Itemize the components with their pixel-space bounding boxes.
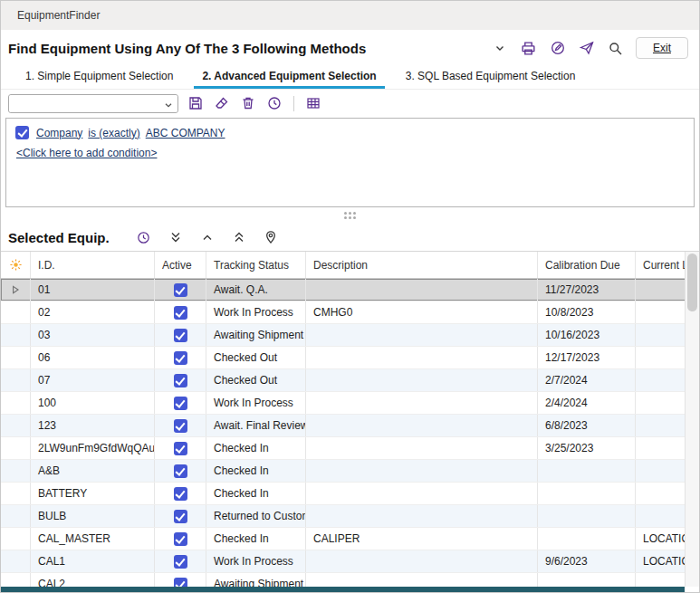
search-icon[interactable] [607, 39, 625, 57]
chevron-down-icon[interactable] [491, 39, 509, 57]
cell-active[interactable] [155, 347, 206, 368]
location-pin-icon[interactable] [262, 228, 280, 246]
active-checkbox-icon[interactable] [174, 532, 187, 546]
active-checkbox-icon[interactable] [174, 419, 187, 433]
saved-filter-combobox[interactable] [8, 94, 178, 113]
row-selector[interactable] [1, 279, 31, 301]
active-checkbox-icon[interactable] [174, 510, 187, 523]
edit-circle-icon[interactable] [549, 39, 567, 57]
condition-operator-link[interactable]: is (exactly) [88, 127, 139, 139]
tab-advanced-equipment-selection[interactable]: 2. Advanced Equipment Selection [194, 65, 384, 89]
table-row[interactable]: BATTERYChecked In [1, 483, 685, 505]
cell-description [306, 460, 538, 482]
cell-active[interactable] [155, 528, 206, 550]
row-selector[interactable] [1, 415, 31, 436]
chevron-up-icon[interactable] [198, 228, 216, 246]
cell-active[interactable] [155, 573, 206, 587]
add-condition-link[interactable]: <Click here to add condition> [16, 147, 157, 159]
row-selector[interactable] [1, 505, 31, 527]
cell-id: CAL_MASTER [31, 528, 155, 550]
active-checkbox-icon[interactable] [174, 464, 187, 478]
cell-active[interactable] [155, 415, 206, 436]
active-checkbox-icon[interactable] [174, 306, 187, 320]
table-row[interactable]: 07Checked Out2/7/2024 [1, 369, 685, 392]
row-selector[interactable] [1, 573, 31, 587]
header-icons [491, 39, 625, 57]
table-row[interactable]: 06Checked Out12/17/2023 [1, 347, 685, 369]
cell-id: 06 [31, 347, 155, 368]
trash-icon[interactable] [239, 94, 257, 112]
combo-chevron-down-icon[interactable] [163, 98, 174, 114]
saved-filter-input[interactable] [9, 95, 177, 112]
grid-icon[interactable] [304, 94, 322, 112]
cell-active[interactable] [155, 279, 206, 301]
column-header-calibration-due[interactable]: Calibration Due [538, 252, 636, 278]
row-selector[interactable] [1, 550, 31, 572]
table-row[interactable]: 03Awaiting Shipment10/16/2023 [1, 324, 685, 347]
eraser-icon[interactable] [213, 94, 231, 112]
table-row[interactable]: 2LW9unFm9GfdWqQAuiFChecked In3/25/2023 [1, 437, 685, 460]
table-row[interactable]: 123Await. Final Review6/8/2023 [1, 415, 685, 437]
horizontal-scrollbar[interactable] [1, 587, 685, 592]
cell-active[interactable] [155, 460, 206, 482]
cell-active[interactable] [155, 369, 206, 391]
row-selector[interactable] [1, 324, 31, 346]
row-selector[interactable] [1, 460, 31, 482]
column-header-tracking-status[interactable]: Tracking Status [206, 252, 306, 278]
cell-description [306, 392, 538, 414]
table-row[interactable]: A&BChecked In [1, 460, 685, 483]
column-header-current-location[interactable]: Current Location [636, 252, 685, 278]
cell-current-location: LOCATION 1 [636, 528, 685, 550]
clock-icon[interactable] [135, 228, 153, 246]
table-row[interactable]: CAL1Work In Process9/6/2023LOCATION 1 [1, 550, 685, 573]
row-selector[interactable] [1, 369, 31, 391]
tab-sql-based-equipment-selection[interactable]: 3. SQL Based Equipment Selection [398, 65, 584, 89]
row-selector[interactable] [1, 483, 31, 504]
active-checkbox-icon[interactable] [174, 283, 187, 297]
cell-active[interactable] [155, 437, 206, 459]
splitter-handle[interactable] [1, 207, 699, 224]
cell-active[interactable] [155, 301, 206, 323]
table-row[interactable]: CAL2Awaiting Shipment [1, 573, 685, 587]
table-row[interactable]: 01Await. Q.A.11/27/2023 [1, 279, 685, 301]
table-row[interactable]: 02Work In ProcessCMHG010/8/2023 [1, 301, 685, 324]
print-icon[interactable] [520, 39, 538, 57]
active-checkbox-icon[interactable] [174, 374, 187, 387]
column-header-active[interactable]: Active [155, 252, 206, 278]
row-selector[interactable] [1, 301, 31, 323]
table-row[interactable]: BULBReturned to Customer [1, 505, 685, 528]
active-checkbox-icon[interactable] [174, 442, 187, 455]
save-icon[interactable] [187, 94, 205, 112]
cell-active[interactable] [155, 550, 206, 572]
cell-active[interactable] [155, 324, 206, 346]
condition-value-link[interactable]: ABC COMPANY [146, 127, 225, 139]
condition-field-link[interactable]: Company [36, 127, 82, 139]
grid-corner-button[interactable] [1, 252, 31, 278]
double-chevron-up-icon[interactable] [230, 228, 248, 246]
active-checkbox-icon[interactable] [174, 397, 187, 410]
table-row[interactable]: 100Work In Process2/4/2024 [1, 392, 685, 415]
condition-checkbox-icon[interactable] [15, 126, 29, 139]
send-icon[interactable] [578, 39, 596, 57]
active-checkbox-icon[interactable] [174, 555, 187, 569]
column-header-description[interactable]: Description [306, 252, 538, 278]
active-checkbox-icon[interactable] [174, 487, 187, 501]
vertical-scrollbar[interactable] [685, 252, 699, 587]
active-checkbox-icon[interactable] [174, 329, 187, 342]
row-selector[interactable] [1, 347, 31, 368]
tab-simple-equipment-selection[interactable]: 1. Simple Equipment Selection [17, 65, 181, 89]
cell-active[interactable] [155, 483, 206, 504]
active-checkbox-icon[interactable] [174, 351, 187, 365]
vertical-scrollbar-thumb[interactable] [687, 253, 697, 311]
table-row[interactable]: CAL_MASTERChecked InCALIPERLOCATION 1 [1, 528, 685, 550]
row-selector[interactable] [1, 437, 31, 459]
row-selector[interactable] [1, 392, 31, 414]
history-clock-icon[interactable] [265, 94, 283, 112]
active-checkbox-icon[interactable] [174, 578, 187, 588]
exit-button[interactable]: Exit [636, 37, 688, 59]
column-header-id[interactable]: I.D. [31, 252, 155, 278]
cell-active[interactable] [155, 505, 206, 527]
double-chevron-down-icon[interactable] [167, 228, 185, 246]
row-selector[interactable] [1, 528, 31, 550]
cell-active[interactable] [155, 392, 206, 414]
